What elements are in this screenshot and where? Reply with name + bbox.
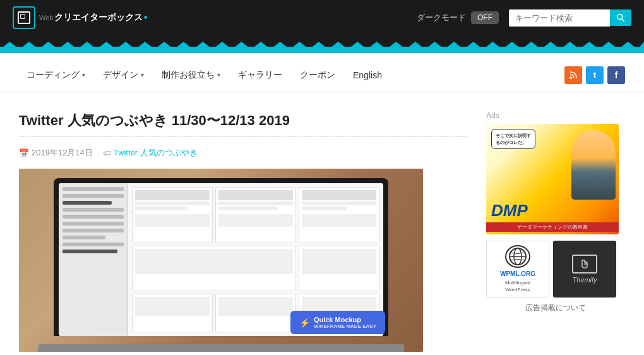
wpml-sub-text: Multilingual WordPress <box>505 280 530 293</box>
ad-subtitle: データマーケティングの教科書 <box>486 222 619 232</box>
ad-inner: そこで次に説明するのがコレだ。 DMP データマーケティングの教科書 <box>486 124 619 234</box>
dark-mode-label: ダークモード <box>417 12 466 23</box>
twitter-label: t <box>593 70 596 80</box>
wpml-org-text: WPML.ORG <box>500 270 535 277</box>
lightning-icon: ⚡ <box>299 318 310 328</box>
themify-hand-icon <box>572 255 597 274</box>
quick-mockup-badge: ⚡ Quick Mockup WIREFRAME MADE EASY <box>290 311 385 334</box>
article-title: Twitter 人気のつぶやき 11/30〜12/13 2019 <box>19 111 467 130</box>
logo-dot: • <box>143 11 147 25</box>
wpml-logo <box>505 245 530 268</box>
nav-item-design[interactable]: デザイン ▾ <box>95 64 152 86</box>
content-area: Twitter 人気のつぶやき 11/30〜12/13 2019 📅 2019年… <box>19 111 467 352</box>
cyan-stripe <box>0 47 644 53</box>
nav-item-english[interactable]: English <box>345 65 390 85</box>
article-date: 2019年12月14日 <box>32 147 93 159</box>
tag-icon: 🏷 <box>103 148 111 158</box>
decorative-band <box>0 35 644 58</box>
twitter-icon[interactable]: t <box>586 66 604 84</box>
logo-icon <box>13 6 35 29</box>
dark-mode-button[interactable]: OFF <box>471 11 499 24</box>
quick-mockup-label: Quick Mockup <box>314 316 376 323</box>
ad-footer-link[interactable]: 広告掲載について <box>486 303 625 313</box>
svg-point-0 <box>617 15 623 20</box>
facebook-label: f <box>615 70 618 80</box>
search-icon <box>616 13 625 22</box>
chevron-down-icon: ▾ <box>217 71 220 78</box>
nav-link-gallery[interactable]: ギャラリー <box>230 64 290 86</box>
nav-item-gallery[interactable]: ギャラリー <box>230 64 290 86</box>
chevron-down-icon: ▾ <box>141 71 144 78</box>
search-button[interactable] <box>610 9 631 26</box>
logo-title-label: クリエイターボックス <box>54 12 143 23</box>
nav-link-design[interactable]: デザイン ▾ <box>95 64 152 86</box>
themify-text: Themify <box>572 276 597 284</box>
header-right: ダークモード OFF <box>417 9 631 27</box>
dark-mode-toggle: ダークモード OFF <box>417 11 499 24</box>
search-wrap <box>509 9 631 27</box>
article-image: ⚡ Quick Mockup WIREFRAME MADE EASY <box>19 169 423 352</box>
sidebar: Ads そこで次に説明するのがコレだ。 DMP データマーケティングの教科書 <box>486 111 625 352</box>
nav-social: t f <box>564 66 625 84</box>
nav-item-production[interactable]: 制作お役立ち ▾ <box>154 64 228 86</box>
article-tag[interactable]: Twitter 人気のつぶやき <box>114 147 198 159</box>
nav-link-coding[interactable]: コーディング ▾ <box>19 64 93 86</box>
ad-boxes-row: WPML.ORG Multilingual WordPress Themify <box>486 241 625 298</box>
meta-tag: 🏷 Twitter 人気のつぶやき <box>103 147 198 159</box>
ad-box-themify[interactable]: Themify <box>553 241 616 298</box>
ad-box-1[interactable]: そこで次に説明するのがコレだ。 DMP データマーケティングの教科書 <box>486 124 619 234</box>
ads-label: Ads <box>486 111 625 120</box>
logo[interactable]: Web クリエイターボックス • <box>13 6 148 29</box>
main-nav: コーディング ▾ デザイン ▾ 制作お役立ち ▾ ギャラリー クーポン <box>0 58 644 92</box>
svg-point-2 <box>569 76 572 79</box>
svg-line-1 <box>622 19 625 22</box>
quick-mockup-sub: WIREFRAME MADE EASY <box>314 323 376 329</box>
facebook-icon[interactable]: f <box>607 66 625 84</box>
search-input[interactable] <box>509 9 610 27</box>
logo-web-label: Web <box>39 14 53 21</box>
nav-links: コーディング ▾ デザイン ▾ 制作お役立ち ▾ ギャラリー クーポン <box>19 64 390 86</box>
logo-text: Web クリエイターボックス • <box>39 11 148 25</box>
nav-item-coupon[interactable]: クーポン <box>292 64 343 86</box>
nav-link-production[interactable]: 制作お役立ち ▾ <box>154 64 228 86</box>
nav-link-coupon[interactable]: クーポン <box>292 64 343 86</box>
title-divider <box>19 136 467 137</box>
nav-item-coding[interactable]: コーディング ▾ <box>19 64 93 86</box>
main-wrapper: Twitter 人気のつぶやき 11/30〜12/13 2019 📅 2019年… <box>0 92 644 355</box>
meta-date: 📅 2019年12月14日 <box>19 147 93 159</box>
nav-link-english[interactable]: English <box>345 65 390 85</box>
article-meta: 📅 2019年12月14日 🏷 Twitter 人気のつぶやき <box>19 147 467 159</box>
rss-icon[interactable] <box>564 66 582 84</box>
chevron-down-icon: ▾ <box>82 71 85 78</box>
ad-box-wpml[interactable]: WPML.ORG Multilingual WordPress <box>486 241 549 298</box>
speech-bubble: そこで次に説明するのがコレだ。 <box>491 129 535 149</box>
ad-person <box>571 130 616 200</box>
site-header: Web クリエイターボックス • ダークモード OFF <box>0 0 644 35</box>
ad-dmp-label: DMP <box>491 201 528 220</box>
calendar-icon: 📅 <box>19 148 29 158</box>
